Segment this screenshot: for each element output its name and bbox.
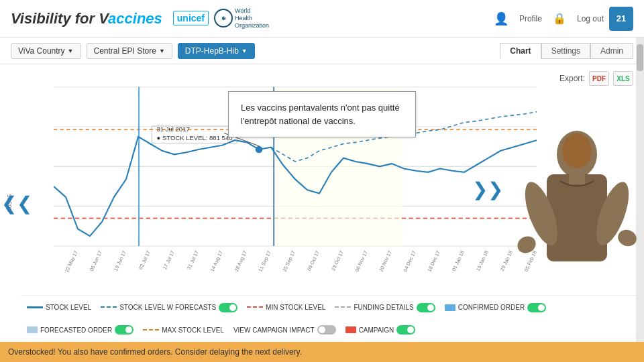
svg-text:19 Jun 17: 19 Jun 17 bbox=[113, 249, 127, 272]
legend-stock-level: STOCK LEVEL bbox=[27, 304, 91, 311]
export-xls-button[interactable]: XLS bbox=[613, 71, 633, 86]
forecasted-order-label: FORECASTED ORDER bbox=[40, 326, 112, 334]
legend-funding: FUNDING DETAILS bbox=[335, 303, 435, 312]
status-bar: Overstocked! You also have confirmed ord… bbox=[0, 342, 644, 362]
nav-right-button[interactable]: ❯❯ bbox=[472, 178, 503, 200]
campaign-impact-toggle[interactable] bbox=[317, 325, 336, 335]
legend-campaign: CAMPAIGN bbox=[345, 325, 416, 335]
stock-point bbox=[256, 146, 263, 154]
number-badge: 21 bbox=[609, 7, 633, 31]
svg-text:22 May 17: 22 May 17 bbox=[64, 249, 79, 273]
epi-store-button[interactable]: Central EPI Store ▼ bbox=[87, 43, 172, 59]
svg-text:23 Oct 17: 23 Oct 17 bbox=[330, 249, 345, 272]
svg-text:31 Jul 17: 31 Jul 17 bbox=[186, 249, 200, 270]
tab-settings[interactable]: Settings bbox=[541, 43, 590, 59]
funding-swatch bbox=[335, 306, 351, 308]
forecast-toggle[interactable] bbox=[219, 303, 237, 312]
vaccine-chevron-icon: ▼ bbox=[241, 48, 248, 54]
person-svg bbox=[510, 121, 644, 322]
toolbar: ViVa Country ▼ Central EPI Store ▼ DTP-H… bbox=[0, 38, 644, 64]
svg-point-39 bbox=[562, 133, 592, 168]
forecast-label: STOCK LEVEL W FORECASTS bbox=[119, 304, 216, 311]
legend-max-stock: MAX STOCK LEVEL bbox=[143, 326, 224, 334]
svg-text:01 Jan 18: 01 Jan 18 bbox=[451, 249, 466, 272]
campaign-toggle[interactable] bbox=[396, 325, 415, 335]
forecast-swatch bbox=[101, 306, 117, 308]
max-stock-label: MAX STOCK LEVEL bbox=[162, 326, 224, 334]
status-message: Overstocked! You also have confirmed ord… bbox=[8, 347, 302, 357]
legend-campaign-impact: VIEW CAMPAIGN IMPACT bbox=[233, 325, 336, 335]
app-title: Visibility for Vaccines bbox=[11, 10, 162, 27]
forecasted-order-swatch bbox=[27, 326, 38, 333]
svg-rect-33 bbox=[547, 174, 607, 261]
country-button[interactable]: ViVa Country ▼ bbox=[11, 43, 81, 59]
svg-text:25 Sep 17: 25 Sep 17 bbox=[281, 249, 296, 272]
nav-left-button[interactable]: ❮❮ bbox=[1, 192, 32, 215]
export-bar: Export: PDF XLS bbox=[559, 71, 633, 86]
stock-level-line-swatch bbox=[27, 306, 43, 308]
svg-text:05 Jun 17: 05 Jun 17 bbox=[89, 249, 103, 272]
export-pdf-button[interactable]: PDF bbox=[589, 71, 609, 86]
svg-point-37 bbox=[616, 227, 639, 249]
who-label: World Health Organization bbox=[235, 7, 268, 29]
tooltip-text: Les vaccins pentavalents n'ont pas quitt… bbox=[241, 103, 400, 126]
person-image bbox=[510, 121, 644, 322]
forecasted-order-toggle[interactable] bbox=[115, 325, 133, 335]
header: Visibility for Vaccines unicef ⊕ World H… bbox=[0, 0, 644, 38]
logo-area: unicef ⊕ World Health Organization bbox=[173, 7, 268, 29]
funding-label: FUNDING DETAILS bbox=[354, 304, 413, 311]
profile-icon: 👤 bbox=[494, 11, 508, 26]
svg-text:14 Aug 17: 14 Aug 17 bbox=[209, 249, 224, 272]
svg-text:09 Oct 17: 09 Oct 17 bbox=[306, 249, 321, 272]
export-label: Export: bbox=[559, 74, 585, 83]
campaign-impact-label: VIEW CAMPAIGN IMPACT bbox=[233, 326, 315, 334]
vaccine-btn-label: DTP-HepB-Hib bbox=[185, 46, 239, 56]
confirmed-order-swatch bbox=[445, 304, 455, 311]
svg-text:20 Nov 17: 20 Nov 17 bbox=[378, 249, 392, 272]
epi-btn-label: Central EPI Store bbox=[94, 46, 156, 56]
country-chevron-icon: ▼ bbox=[68, 48, 74, 54]
svg-point-36 bbox=[515, 233, 539, 257]
funding-toggle[interactable] bbox=[417, 303, 435, 312]
lock-icon: 🔒 bbox=[553, 12, 566, 25]
svg-text:15 Jan 18: 15 Jan 18 bbox=[475, 249, 490, 272]
svg-text:03 Jul 17: 03 Jul 17 bbox=[138, 249, 152, 270]
stock-value-label: ● STOCK LEVEL: 881 540 bbox=[157, 134, 233, 141]
svg-text:06 Nov 17: 06 Nov 17 bbox=[354, 249, 368, 272]
legend-forecasted-order: FORECASTED ORDER bbox=[27, 325, 133, 335]
country-btn-label: ViVa Country bbox=[18, 46, 65, 56]
who-circle-icon: ⊕ bbox=[214, 9, 233, 27]
main-content: Export: PDF XLS Les vaccins pentavalents… bbox=[0, 64, 644, 342]
who-logo: ⊕ World Health Organization bbox=[214, 7, 268, 29]
campaign-swatch bbox=[345, 326, 356, 333]
legend-stock-forecast: STOCK LEVEL W FORECASTS bbox=[101, 303, 237, 312]
right-tabs: Chart Settings Admin bbox=[500, 43, 633, 59]
campaign-label: CAMPAIGN bbox=[359, 326, 394, 334]
svg-text:11 Sep 17: 11 Sep 17 bbox=[257, 249, 272, 272]
min-stock-label: MIN STOCK LEVEL bbox=[266, 304, 325, 311]
stock-level-label: STOCK LEVEL bbox=[46, 304, 91, 311]
legend-min-stock: MIN STOCK LEVEL bbox=[247, 304, 325, 311]
epi-chevron-icon: ▼ bbox=[159, 48, 165, 54]
svg-text:18 Dec 17: 18 Dec 17 bbox=[426, 249, 441, 272]
svg-text:28 Aug 17: 28 Aug 17 bbox=[233, 249, 248, 272]
logout-link[interactable]: Log out bbox=[577, 14, 604, 23]
stock-date-label: 31 Jul 2017 bbox=[157, 125, 190, 133]
max-stock-swatch bbox=[143, 329, 159, 331]
scroll-thumb[interactable] bbox=[637, 44, 643, 71]
tab-chart[interactable]: Chart bbox=[500, 43, 541, 59]
profile-link[interactable]: Profile bbox=[519, 14, 542, 23]
tab-admin[interactable]: Admin bbox=[590, 43, 633, 59]
tooltip-box: Les vaccins pentavalents n'ont pas quitt… bbox=[228, 91, 416, 137]
svg-text:17 Jul 17: 17 Jul 17 bbox=[162, 249, 176, 270]
svg-rect-38 bbox=[569, 171, 585, 184]
unicef-logo: unicef bbox=[173, 11, 209, 25]
header-right: 👤 Profile 🔒 Log out bbox=[494, 11, 604, 26]
min-stock-swatch bbox=[247, 306, 263, 308]
svg-text:08 May 17: 08 May 17 bbox=[54, 249, 55, 273]
vaccine-button[interactable]: DTP-HepB-Hib ▼ bbox=[178, 43, 255, 59]
svg-text:04 Dec 17: 04 Dec 17 bbox=[402, 249, 417, 272]
